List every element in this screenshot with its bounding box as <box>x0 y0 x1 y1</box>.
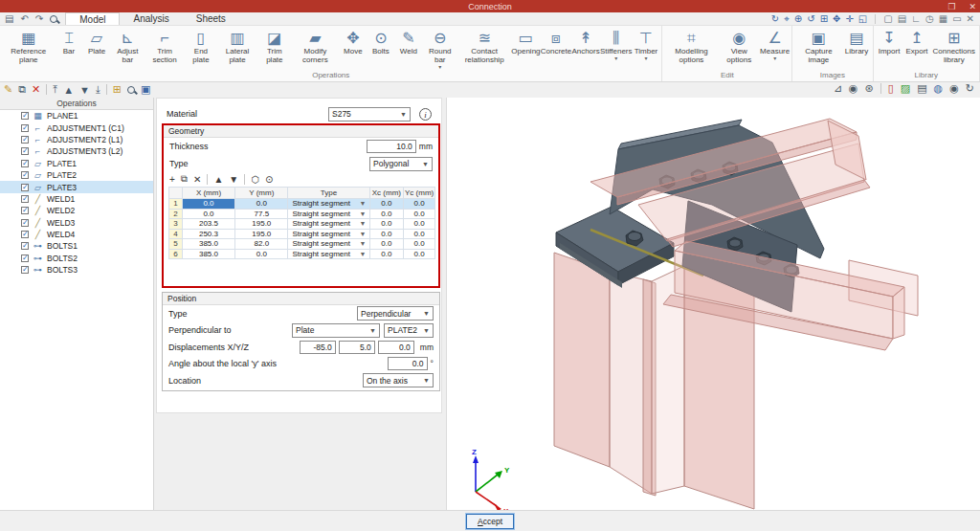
tree-item-adjustment3[interactable]: ⌐ADJUSTMENT3 (L2) <box>0 145 153 157</box>
checkbox[interactable] <box>21 242 29 250</box>
stiffeners-button[interactable]: ⫼Stiffeners▾ <box>600 27 633 61</box>
tree-item-plate2[interactable]: ▱PLATE2 <box>0 169 153 181</box>
position-type-select[interactable]: Perpendicular▼ <box>357 306 434 321</box>
save-icon[interactable]: ▤ <box>5 13 13 24</box>
measure-button[interactable]: ∠Measure▾ <box>760 27 790 61</box>
modify-corners-button[interactable]: ▰Modify corners <box>291 27 339 66</box>
table-row[interactable]: 2 0.0 77.5 Straight segment▼ 0.0 0.0 <box>169 209 435 219</box>
keyboard-icon[interactable]: ▤ <box>898 13 906 24</box>
search-icon[interactable] <box>127 86 135 94</box>
contact-relationship-button[interactable]: ≊Contact relationship <box>457 27 511 66</box>
comment-icon[interactable]: ▭ <box>952 13 961 24</box>
opening-button[interactable]: ▭Opening <box>511 27 541 57</box>
anchors-button[interactable]: ↟Anchors <box>571 27 600 57</box>
grid-icon[interactable]: ▦ <box>939 13 947 24</box>
perpendicular-plate-select[interactable]: PLATE2▼ <box>384 323 434 338</box>
redo-icon[interactable]: ↷ <box>35 13 43 24</box>
plate-button[interactable]: ▱Plate <box>83 27 111 57</box>
modelling-options-button[interactable]: ⌗Modelling options <box>664 27 718 66</box>
checkbox[interactable] <box>21 231 29 238</box>
bar-button[interactable]: ⌶Bar <box>56 27 83 57</box>
displacement-y-input[interactable]: 5.0 <box>339 341 375 354</box>
info-icon[interactable]: i <box>419 108 432 121</box>
tab-sheets[interactable]: Sheets <box>183 12 239 25</box>
x-cell[interactable]: 0.0 <box>182 199 234 210</box>
displacement-x-input[interactable]: -85.0 <box>300 341 336 354</box>
tools-icon[interactable]: ✕ <box>967 13 974 24</box>
table-row[interactable]: 6 385.0 0.0 Straight segment▼ 0.0 0.0 <box>169 249 435 259</box>
visibility-icon[interactable]: ◉ <box>949 82 959 95</box>
close-window-button[interactable]: ✕ <box>969 2 976 11</box>
adjust-bar-button[interactable]: ⊾Adjust bar <box>111 27 145 66</box>
move-down-icon[interactable]: ▼ <box>79 84 90 96</box>
angle-input[interactable]: 0.0 <box>388 357 428 370</box>
tree-item-weld3[interactable]: ╱WELD3 <box>0 217 153 229</box>
orbit-icon[interactable]: ↻ <box>771 13 779 24</box>
tab-model[interactable]: Model <box>65 12 120 25</box>
set-square-icon[interactable]: ∟ <box>911 13 921 24</box>
location-select[interactable]: On the axis▼ <box>363 373 434 387</box>
delete-icon[interactable]: ✕ <box>32 83 40 96</box>
group-icon[interactable]: ⊞ <box>113 83 122 96</box>
view-options-button[interactable]: ◉View options <box>718 27 760 66</box>
checkbox[interactable] <box>21 266 29 274</box>
checkbox[interactable] <box>21 207 29 214</box>
regenerate-icon[interactable]: ⊙ <box>265 174 273 185</box>
zoom-extents-icon[interactable]: ⌖ <box>784 13 790 25</box>
clipping-icon[interactable]: ▯ <box>888 82 894 95</box>
displacement-z-input[interactable]: 0.0 <box>378 341 414 354</box>
layers-icon[interactable]: ▤ <box>917 82 926 95</box>
zoom-icon[interactable] <box>50 15 57 23</box>
clock-icon[interactable]: ◷ <box>925 13 934 24</box>
zoom-window-icon[interactable]: ⊞ <box>820 13 828 24</box>
delete-point-icon[interactable]: ✕ <box>193 174 201 185</box>
render-mode-icon[interactable]: ◍ <box>934 82 944 95</box>
geometry-type-select[interactable]: Polygonal▼ <box>369 157 433 171</box>
checkbox[interactable] <box>21 136 29 144</box>
checkbox[interactable] <box>21 195 29 203</box>
capture-image-button[interactable]: ▣Capture image <box>794 27 842 66</box>
table-row[interactable]: 5 385.0 82.0 Straight segment▼ 0.0 0.0 <box>169 239 435 250</box>
trim-section-button[interactable]: ⌐Trim section <box>145 27 185 66</box>
thickness-input[interactable]: 10.0 <box>367 140 416 153</box>
3d-viewport[interactable]: Z Y X <box>446 98 980 510</box>
table-row[interactable]: 3 203.5 195.0 Straight segment▼ 0.0 0.0 <box>169 219 435 230</box>
axes-icon[interactable]: ⊿ <box>834 82 842 95</box>
checkbox[interactable] <box>21 171 29 179</box>
end-plate-button[interactable]: ▯End plate <box>185 27 217 66</box>
checkbox[interactable] <box>21 160 29 167</box>
edit-icon[interactable]: ✎ <box>4 83 12 96</box>
move-up-icon[interactable]: ▲ <box>63 84 74 96</box>
checkbox[interactable] <box>21 254 29 262</box>
redraw-icon[interactable]: ↺ <box>807 13 814 24</box>
checkbox[interactable] <box>21 184 29 191</box>
restore-window-button[interactable]: ❐ <box>947 2 955 11</box>
rotate-icon[interactable]: ↻ <box>966 82 974 95</box>
row-up-icon[interactable]: ▲ <box>213 174 223 185</box>
move-icon[interactable]: ✛ <box>845 13 853 24</box>
frame-icon[interactable]: ▢ <box>883 13 892 24</box>
3d-model[interactable]: Z Y X <box>447 98 980 510</box>
lateral-plate-button[interactable]: ▥Lateral plate <box>217 27 258 66</box>
checkbox[interactable] <box>21 219 29 227</box>
section-icon[interactable]: ▨ <box>901 82 910 95</box>
move-button[interactable]: ✥Move <box>339 27 367 57</box>
material-select[interactable]: S275▼ <box>328 107 411 122</box>
undo-icon[interactable]: ↶ <box>20 13 28 24</box>
tree-item-weld4[interactable]: ╱WELD4 <box>0 229 153 240</box>
row-down-icon[interactable]: ▼ <box>229 174 238 185</box>
bolts-button[interactable]: ⊙Bolts <box>367 27 394 57</box>
orbit-icon[interactable]: ⊛ <box>864 82 873 95</box>
import-button[interactable]: ↧Import <box>876 27 903 57</box>
tree-item-weld1[interactable]: ╱WELD1 <box>0 193 153 205</box>
table-row[interactable]: 1 0.0 0.0 Straight segment▼ 0.0 0.0 <box>169 199 435 210</box>
checkbox[interactable] <box>21 124 29 132</box>
copy-icon[interactable]: ⧉ <box>18 83 26 96</box>
move-top-icon[interactable]: ⤒ <box>53 83 57 96</box>
tree-item-plane1[interactable]: ▦PLANE1 <box>0 110 153 122</box>
library-images-button[interactable]: ▤Library <box>843 27 871 57</box>
tree-item-bolts3[interactable]: ⊶BOLTS3 <box>0 264 153 276</box>
refresh-icon[interactable]: ▣ <box>141 83 150 96</box>
copy-point-icon[interactable]: ⧉ <box>181 173 188 185</box>
polygon-icon[interactable]: ⬡ <box>251 174 259 185</box>
